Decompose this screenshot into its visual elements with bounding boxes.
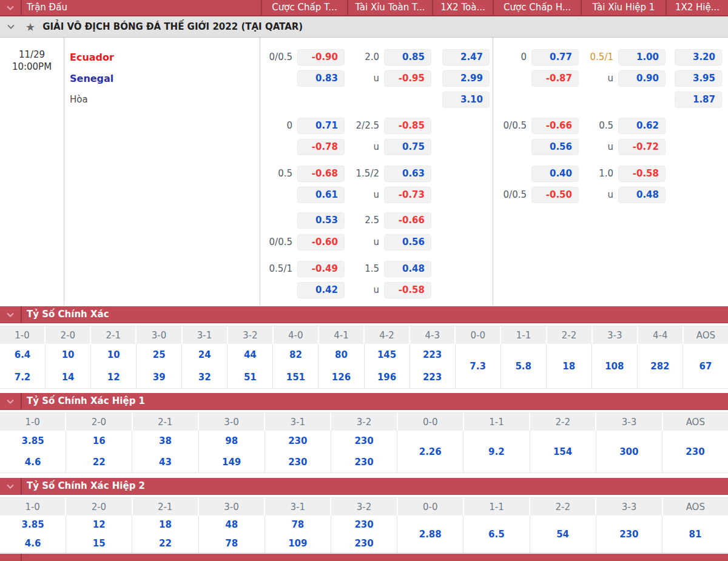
ft-over-under-odds[interactable]: -0.58 [384,282,431,298]
ft-1x2-odds[interactable]: 2.47 [442,49,490,66]
collapse-all-toggle[interactable] [0,0,22,15]
score-odds[interactable]: 16 [66,431,132,452]
section-collapse-toggle[interactable] [0,554,22,561]
ft-1x2-odds[interactable]: 2.99 [442,70,490,87]
score-odds[interactable]: 32 [182,366,227,389]
h1-handicap-odds[interactable]: -0.87 [531,70,579,87]
score-odds[interactable]: 54 [530,516,596,553]
score-odds[interactable]: 48 [199,516,265,534]
score-odds[interactable]: 22 [132,534,198,553]
score-odds[interactable]: 230 [596,516,662,553]
ft-over-under-odds[interactable]: -0.66 [384,212,431,229]
league-collapse-toggle[interactable] [0,24,22,29]
score-odds[interactable]: 230 [265,452,331,473]
score-odds[interactable]: 81 [662,516,728,553]
ft-over-under-odds[interactable]: -0.85 [384,118,431,134]
score-odds[interactable]: 10 [46,344,90,366]
score-odds[interactable]: 151 [273,366,318,389]
ft-over-under-odds[interactable]: 0.63 [384,166,431,182]
favorite-star-icon[interactable]: ★ [25,21,35,33]
score-odds[interactable]: 10 [91,344,136,366]
score-odds[interactable]: 18 [132,516,198,534]
ft-over-under-odds[interactable]: 0.48 [384,261,431,277]
score-odds[interactable]: 145 [365,344,410,366]
score-odds[interactable]: 18 [547,344,592,389]
score-odds[interactable]: 230 [331,516,397,534]
score-odds[interactable]: 126 [318,366,363,389]
ft-over-under-odds[interactable]: 0.75 [384,139,431,155]
score-odds[interactable]: 44 [228,344,272,366]
score-odds[interactable]: 230 [331,534,397,553]
score-odds[interactable]: 196 [365,366,410,389]
h1-handicap-odds[interactable]: 0.56 [531,139,579,155]
h1-over-under-odds[interactable]: -0.72 [618,139,666,155]
score-odds[interactable]: 78 [199,534,265,553]
score-odds[interactable]: 12 [91,366,136,389]
score-odds[interactable]: 223 [410,344,455,366]
score-odds[interactable]: 38 [132,431,198,452]
away-team-name[interactable]: Senegal [70,70,113,87]
ft-handicap-odds[interactable]: -0.60 [297,234,345,250]
score-odds[interactable]: 51 [228,366,272,389]
score-odds[interactable]: 3.85 [0,431,66,452]
section-collapse-toggle[interactable] [0,478,22,494]
score-odds[interactable]: 67 [683,344,728,389]
ft-over-under-odds[interactable]: -0.73 [384,187,431,203]
h1-1x2-odds[interactable]: 3.20 [675,49,722,66]
h1-handicap-odds[interactable]: 0.77 [531,49,579,66]
h1-1x2-odds[interactable]: 3.95 [675,70,722,87]
h1-over-under-odds[interactable]: 1.00 [618,49,666,66]
score-odds[interactable]: 109 [265,534,331,553]
score-odds[interactable]: 4.6 [0,452,66,473]
score-odds[interactable]: 82 [273,344,318,366]
ft-over-under-odds[interactable]: -0.95 [384,70,431,87]
ft-handicap-odds[interactable]: -0.49 [297,261,345,277]
score-odds[interactable]: 230 [662,431,728,473]
score-odds[interactable]: 5.8 [501,344,546,389]
h1-over-under-odds[interactable]: 0.48 [618,187,666,203]
score-odds[interactable]: 25 [136,344,181,366]
h1-over-under-odds[interactable]: 0.90 [618,70,666,87]
score-odds[interactable]: 108 [592,344,637,389]
score-odds[interactable]: 6.5 [463,516,529,553]
h1-over-under-odds[interactable]: 0.62 [618,118,666,134]
score-odds[interactable]: 7.3 [456,344,500,389]
score-odds[interactable]: 78 [265,516,331,534]
score-odds[interactable]: 230 [265,431,331,452]
score-odds[interactable]: 80 [318,344,363,366]
score-odds[interactable]: 39 [136,366,181,389]
score-odds[interactable]: 230 [331,431,397,452]
h1-1x2-odds[interactable]: 1.87 [675,92,722,108]
ft-handicap-odds[interactable]: 0.61 [297,187,345,203]
ft-handicap-odds[interactable]: -0.78 [297,139,345,155]
score-odds[interactable]: 154 [530,431,596,473]
score-odds[interactable]: 12 [66,516,132,534]
ft-1x2-odds[interactable]: 3.10 [442,92,490,108]
h1-handicap-odds[interactable]: -0.50 [531,187,579,203]
score-odds[interactable]: 4.6 [0,534,66,553]
ft-handicap-odds[interactable]: 0.53 [297,212,345,229]
score-odds[interactable]: 149 [199,452,265,473]
score-odds[interactable]: 282 [638,344,682,389]
score-odds[interactable]: 14 [46,366,90,389]
score-odds[interactable]: 300 [596,431,662,473]
score-odds[interactable]: 230 [331,452,397,473]
score-odds[interactable]: 223 [410,366,455,389]
h1-handicap-odds[interactable]: 0.40 [531,166,579,182]
ft-over-under-odds[interactable]: 0.85 [384,49,431,66]
h1-handicap-odds[interactable]: -0.66 [531,118,579,134]
score-odds[interactable]: 2.88 [397,516,463,553]
score-odds[interactable]: 98 [199,431,265,452]
ft-handicap-odds[interactable]: 0.71 [297,118,345,134]
ft-over-under-odds[interactable]: 0.56 [384,234,431,250]
home-team-name[interactable]: Ecuador [70,49,114,66]
section-collapse-toggle[interactable] [0,393,22,409]
section-collapse-toggle[interactable] [0,306,22,323]
score-odds[interactable]: 3.85 [0,516,66,534]
ft-handicap-odds[interactable]: 0.42 [297,282,345,298]
score-odds[interactable]: 15 [66,534,132,553]
score-odds[interactable]: 6.4 [0,344,45,366]
ft-handicap-odds[interactable]: -0.90 [297,49,345,66]
ft-handicap-odds[interactable]: -0.68 [297,166,345,182]
score-odds[interactable]: 43 [132,452,198,473]
